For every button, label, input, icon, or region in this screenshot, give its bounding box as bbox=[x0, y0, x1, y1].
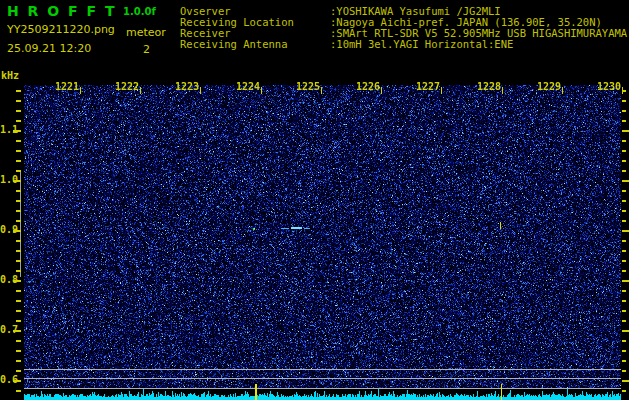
freq-major-tick-right bbox=[622, 230, 629, 232]
time-tick-label: 1221 bbox=[55, 81, 79, 92]
mode-label: meteor bbox=[126, 26, 166, 39]
freq-minor-tick-right bbox=[622, 250, 626, 252]
freq-minor-tick-left bbox=[16, 90, 21, 92]
freq-tick-label: 0.6 bbox=[0, 374, 13, 385]
freq-major-tick-right bbox=[622, 280, 629, 282]
time-tick bbox=[562, 87, 563, 94]
freq-major-tick-right bbox=[622, 330, 629, 332]
freq-minor-tick-left bbox=[16, 100, 21, 102]
time-tick-label: 1226 bbox=[356, 81, 380, 92]
freq-minor-tick-left bbox=[16, 370, 21, 372]
y-axis-unit-label: kHz bbox=[1, 70, 19, 81]
freq-minor-tick-left bbox=[16, 160, 21, 162]
time-tick-label: 1225 bbox=[296, 81, 320, 92]
time-tick bbox=[441, 87, 442, 94]
spectrogram-canvas bbox=[24, 85, 621, 400]
freq-minor-tick-left bbox=[16, 320, 21, 322]
freq-minor-tick-right bbox=[622, 170, 626, 172]
freq-minor-tick-right bbox=[622, 290, 626, 292]
freq-minor-tick-left bbox=[16, 340, 21, 342]
time-tick bbox=[200, 87, 201, 94]
freq-minor-tick-left bbox=[16, 350, 21, 352]
output-filename: YY2509211220.png bbox=[7, 23, 115, 36]
time-tick bbox=[321, 87, 322, 94]
freq-tick-label: 0.9 bbox=[0, 224, 13, 235]
freq-minor-tick-right bbox=[622, 160, 626, 162]
freq-minor-tick-left bbox=[16, 260, 21, 262]
freq-minor-tick-left bbox=[16, 390, 21, 392]
freq-minor-tick-left bbox=[16, 300, 21, 302]
date-time: 25.09.21 12:20 bbox=[7, 42, 91, 55]
freq-minor-tick-left bbox=[16, 220, 21, 222]
time-tick bbox=[502, 87, 503, 94]
freq-minor-tick-right bbox=[622, 270, 626, 272]
time-tick bbox=[381, 87, 382, 94]
time-tick-label: 1228 bbox=[477, 81, 501, 92]
freq-minor-tick-right bbox=[622, 150, 626, 152]
time-tick-label: 1229 bbox=[537, 81, 561, 92]
freq-minor-tick-left bbox=[16, 210, 21, 212]
time-tick bbox=[261, 87, 262, 94]
freq-tick-label: 0.7 bbox=[0, 324, 13, 335]
freq-minor-tick-right bbox=[622, 210, 626, 212]
time-tick bbox=[622, 87, 623, 94]
freq-minor-tick-left bbox=[16, 120, 21, 122]
time-tick bbox=[140, 87, 141, 94]
time-tick-label: 1224 bbox=[236, 81, 260, 92]
freq-minor-tick-left bbox=[16, 360, 21, 362]
freq-minor-tick-right bbox=[622, 190, 626, 192]
freq-minor-tick-left bbox=[16, 190, 21, 192]
freq-minor-tick-right bbox=[622, 300, 626, 302]
freq-minor-tick-right bbox=[622, 260, 626, 262]
info-antenna-value: :10mH 3el.YAGI Horizontal:ENE bbox=[330, 38, 513, 50]
freq-minor-tick-right bbox=[622, 110, 626, 112]
freq-minor-tick-left bbox=[16, 150, 21, 152]
freq-minor-tick-right bbox=[622, 340, 626, 342]
freq-minor-tick-right bbox=[622, 100, 626, 102]
freq-minor-tick-right bbox=[622, 220, 626, 222]
time-tick-label: 1223 bbox=[175, 81, 199, 92]
freq-minor-tick-left bbox=[16, 250, 21, 252]
freq-minor-tick-right bbox=[622, 390, 626, 392]
time-tick bbox=[80, 87, 81, 94]
freq-minor-tick-left bbox=[16, 240, 21, 242]
app-version: 1.0.0f bbox=[123, 6, 156, 17]
freq-major-tick-right bbox=[622, 130, 629, 132]
freq-major-tick-right bbox=[622, 180, 629, 182]
freq-minor-tick-right bbox=[622, 310, 626, 312]
freq-tick-label: 1.1 bbox=[0, 124, 13, 135]
freq-minor-tick-right bbox=[622, 360, 626, 362]
freq-minor-tick-right bbox=[622, 140, 626, 142]
freq-minor-tick-left bbox=[16, 170, 21, 172]
freq-minor-tick-left bbox=[16, 270, 21, 272]
app-title: H R O F F T bbox=[7, 3, 116, 19]
freq-minor-tick-left bbox=[16, 110, 21, 112]
freq-minor-tick-right bbox=[622, 350, 626, 352]
freq-major-tick-right bbox=[622, 380, 629, 382]
freq-minor-tick-right bbox=[622, 240, 626, 242]
meteor-count: 2 bbox=[143, 43, 150, 56]
freq-minor-tick-right bbox=[622, 200, 626, 202]
time-tick-label: 1227 bbox=[416, 81, 440, 92]
freq-minor-tick-right bbox=[622, 120, 626, 122]
freq-minor-tick-right bbox=[622, 370, 626, 372]
freq-minor-tick-left bbox=[16, 290, 21, 292]
freq-tick-label: 1.0 bbox=[0, 174, 13, 185]
hrofft-screen: H R O F F T 1.0.0f YY2509211220.png mete… bbox=[0, 0, 629, 400]
freq-minor-tick-left bbox=[16, 140, 21, 142]
freq-minor-tick-left bbox=[16, 310, 21, 312]
freq-minor-tick-left bbox=[16, 200, 21, 202]
info-antenna-label: Receiving Antenna bbox=[180, 38, 287, 50]
freq-tick-label: 0.8 bbox=[0, 274, 13, 285]
freq-minor-tick-right bbox=[622, 320, 626, 322]
time-tick-label: 1222 bbox=[115, 81, 139, 92]
time-tick-label: 1230 bbox=[597, 81, 621, 92]
